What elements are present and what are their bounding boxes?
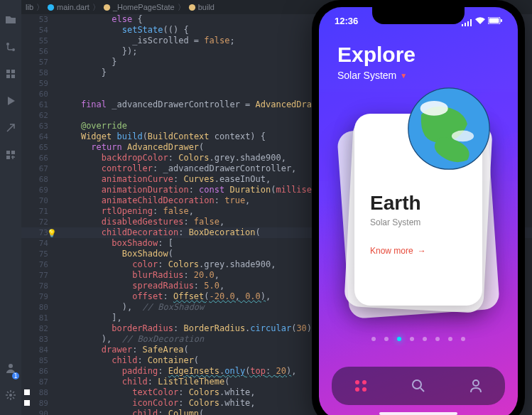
card-title: Earth xyxy=(370,192,467,215)
bookmark-gutter xyxy=(21,14,36,415)
svg-point-26 xyxy=(473,380,479,386)
signal-icon xyxy=(462,18,472,25)
page-dot[interactable] xyxy=(371,337,376,341)
activity-bar xyxy=(0,0,21,415)
home-indicator[interactable] xyxy=(379,412,457,415)
svg-rect-12 xyxy=(467,21,469,26)
planet-illustration xyxy=(403,82,495,175)
svg-point-1 xyxy=(12,48,15,51)
page-dot[interactable] xyxy=(410,337,414,341)
crumb-folder[interactable]: lib xyxy=(26,3,33,11)
svg-rect-10 xyxy=(462,24,463,26)
page-dot[interactable] xyxy=(435,337,440,341)
status-bar: 12:36 xyxy=(335,16,502,26)
card-front[interactable]: Earth Solar System Know more → xyxy=(354,114,482,306)
tab-profile[interactable] xyxy=(468,378,484,394)
svg-rect-4 xyxy=(6,156,10,159)
page-dot[interactable] xyxy=(423,337,427,341)
svg-rect-11 xyxy=(465,23,466,26)
project-icon[interactable] xyxy=(5,14,16,26)
page-title: Explore xyxy=(337,43,499,67)
structure-icon[interactable] xyxy=(5,68,16,80)
device-preview: 12:36 Explore Solar System ▼ xyxy=(312,0,525,415)
category-dropdown[interactable]: Solar System ▼ xyxy=(337,70,499,81)
svg-rect-3 xyxy=(11,151,15,154)
crumb-class[interactable]: _HomePageState xyxy=(103,3,175,11)
profile-icon[interactable] xyxy=(5,362,16,374)
wifi-icon xyxy=(475,16,485,26)
tab-home[interactable] xyxy=(353,378,369,394)
crumb-file[interactable]: main.dart xyxy=(47,3,89,11)
svg-rect-2 xyxy=(6,151,10,154)
vcs-icon[interactable] xyxy=(5,41,16,53)
plugins-icon[interactable] xyxy=(5,149,16,161)
tab-search[interactable] xyxy=(411,378,426,394)
status-time: 12:36 xyxy=(335,16,358,26)
svg-point-9 xyxy=(189,4,195,10)
svg-rect-15 xyxy=(489,18,499,23)
page-dot[interactable] xyxy=(397,337,401,341)
know-more-link[interactable]: Know more → xyxy=(370,246,467,256)
svg-point-5 xyxy=(9,364,13,368)
page-dot[interactable] xyxy=(461,337,465,341)
svg-point-19 xyxy=(452,131,474,142)
svg-point-25 xyxy=(413,380,421,389)
svg-rect-13 xyxy=(470,19,472,26)
svg-point-24 xyxy=(362,387,367,392)
page-indicator[interactable] xyxy=(319,337,518,341)
settings-icon[interactable] xyxy=(5,389,16,401)
svg-point-23 xyxy=(355,387,359,392)
card-carousel[interactable]: Earth Solar System Know more → xyxy=(347,114,489,313)
svg-point-7 xyxy=(48,4,54,10)
svg-rect-16 xyxy=(501,19,502,22)
svg-point-18 xyxy=(420,101,448,116)
svg-point-22 xyxy=(362,380,367,384)
crumb-method[interactable]: build xyxy=(188,3,215,11)
page-dot[interactable] xyxy=(448,337,452,341)
svg-point-6 xyxy=(9,394,12,397)
svg-point-21 xyxy=(355,380,359,384)
svg-point-8 xyxy=(104,4,110,10)
debug-icon[interactable] xyxy=(5,122,16,134)
card-subtitle: Solar System xyxy=(370,217,467,227)
arrow-right-icon: → xyxy=(418,246,426,256)
app-header: Explore Solar System ▼ xyxy=(337,43,499,81)
battery-icon xyxy=(488,16,502,26)
chevron-down-icon: ▼ xyxy=(400,72,407,80)
bottom-nav xyxy=(332,367,505,405)
device-screen[interactable]: 12:36 Explore Solar System ▼ xyxy=(319,7,518,415)
page-dot[interactable] xyxy=(384,337,389,341)
run-icon[interactable] xyxy=(5,95,16,107)
svg-point-0 xyxy=(6,43,9,45)
lightbulb-icon[interactable]: 💡 xyxy=(47,228,55,237)
